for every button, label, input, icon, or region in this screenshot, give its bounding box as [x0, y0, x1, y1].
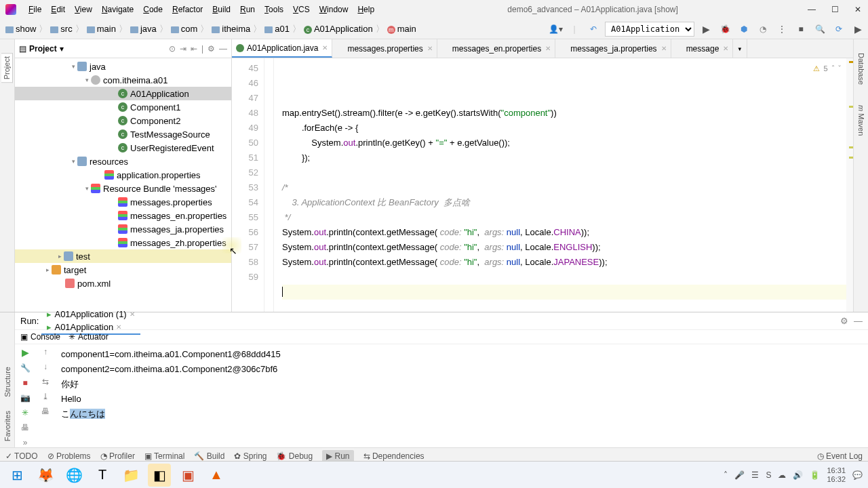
tree-node-userregisteredevent[interactable]: UserRegisteredEvent [15, 141, 231, 155]
sync-icon[interactable]: ⟳ [831, 22, 846, 37]
tree-node-messages-en-properties[interactable]: messages_en.properties [15, 209, 231, 222]
crumb-a01[interactable]: a01 [262, 22, 292, 35]
run-tool-icon[interactable]: 🔧 [20, 363, 31, 373]
explorer-icon[interactable]: 📁 [119, 464, 142, 487]
toolwindow-build[interactable]: 🔨 Build [194, 451, 224, 461]
locate-icon[interactable]: ⊙ [169, 44, 176, 54]
crumb-java[interactable]: java [127, 22, 159, 35]
tray-onedrive-icon[interactable]: ☁ [778, 470, 786, 480]
text-app-icon[interactable]: T [91, 464, 114, 487]
crumb-main[interactable]: main [384, 22, 419, 35]
run-stop-icon[interactable]: ■ [22, 378, 27, 388]
down-icon[interactable]: ↓ [43, 362, 47, 371]
project-tree[interactable]: ▾java▾com.itheima.a01A01ApplicationCompo… [15, 58, 231, 312]
favorites-toolwindow-tab[interactable]: Favorites [3, 411, 12, 441]
profile-button[interactable]: ◔ [755, 22, 770, 37]
run2-button[interactable]: ▶ [850, 22, 865, 37]
vlc-icon[interactable]: ▲ [205, 464, 228, 487]
tree-node-pom-xml[interactable]: pom.xml [15, 277, 231, 290]
menu-window[interactable]: Window [315, 3, 353, 16]
up-icon[interactable]: ↑ [43, 347, 47, 357]
powerpoint-icon[interactable]: ▣ [176, 464, 199, 487]
crumb-itheima[interactable]: itheima [209, 22, 253, 35]
scroll-icon[interactable]: ⤓ [42, 392, 49, 401]
database-toolwindow-tab[interactable]: Database [857, 53, 865, 85]
user-icon[interactable]: 👤▾ [548, 22, 563, 37]
run-camera-icon[interactable]: 📷 [20, 393, 31, 403]
tray-app2-icon[interactable]: S [766, 470, 771, 480]
menu-code[interactable]: Code [139, 3, 167, 16]
tree-node-messages-ja-properties[interactable]: messages_ja.properties [15, 222, 231, 236]
coverage-button[interactable]: ⬢ [736, 22, 751, 37]
tab-close-icon[interactable]: ✕ [427, 45, 433, 52]
toolwindow-spring[interactable]: ✿ Spring [234, 451, 267, 461]
menu-file[interactable]: File [24, 3, 45, 16]
debug-button[interactable]: 🐞 [717, 22, 732, 37]
tab-messages-properties[interactable]: messages.properties✕ [332, 39, 437, 58]
menu-build[interactable]: Build [208, 3, 235, 16]
tab-messages-en-properties[interactable]: messages_en.properties✕ [437, 39, 555, 58]
crumb-src[interactable]: src [47, 22, 75, 35]
tree-node-resource-bundle-messages-[interactable]: ▾Resource Bundle 'messages' [15, 182, 231, 195]
crumb-com[interactable]: com [168, 22, 201, 35]
tree-node-messages-properties[interactable]: messages.properties [15, 195, 231, 209]
tree-node-java[interactable]: ▾java [15, 60, 231, 73]
stop-button[interactable]: ■ [793, 22, 808, 37]
tray-mic-icon[interactable]: 🎤 [734, 470, 745, 480]
menu-refactor[interactable]: Refactor [168, 3, 207, 16]
tray-chevron-icon[interactable]: ˄ [724, 470, 728, 480]
crumb-main[interactable]: main [84, 22, 119, 35]
tree-node-com-itheima-a01[interactable]: ▾com.itheima.a01 [15, 73, 231, 87]
back-icon[interactable]: ↶ [586, 22, 601, 37]
menu-tools[interactable]: Tools [260, 3, 288, 16]
menu-run[interactable]: Run [236, 3, 259, 16]
inspection-widget[interactable]: ⚠ 5 ˆ ˇ [813, 61, 841, 76]
tree-node-a01application[interactable]: A01Application [15, 87, 231, 100]
run-print-icon[interactable]: 🖶 [21, 423, 29, 432]
toolwindow-dependencies[interactable]: ⇆ Dependencies [363, 451, 425, 461]
tab-close-icon[interactable]: ✕ [661, 45, 667, 52]
firefox-icon[interactable]: 🦊 [34, 464, 57, 487]
intellij-icon[interactable]: ◧ [148, 464, 171, 487]
search-icon[interactable]: 🔍 [812, 22, 827, 37]
actuator-tab[interactable]: ✳ Actuator [68, 332, 108, 342]
expand-icon[interactable]: ⇥ [180, 44, 186, 54]
toolwindow-run[interactable]: ▶ Run [322, 450, 353, 462]
run-tab-0[interactable]: ▸ A01Application (1) ✕ [41, 308, 140, 321]
wrap-icon[interactable]: ⇆ [42, 377, 49, 386]
toolwindow-terminal[interactable]: ▣ Terminal [144, 451, 184, 461]
tab-messages-ja-properties[interactable]: messages_ja.properties✕ [555, 39, 671, 58]
code-content[interactable]: ⚠ 5 ˆ ˇ map.entrySet().stream().filter(e… [274, 58, 846, 312]
tab-close-icon[interactable]: ✕ [545, 45, 551, 52]
error-stripe[interactable] [846, 58, 853, 312]
menu-view[interactable]: View [71, 3, 96, 16]
attach-button[interactable]: ⋮ [774, 22, 789, 37]
tray-battery-icon[interactable]: 🔋 [810, 470, 820, 480]
toolwindow-todo[interactable]: ✓ TODO [5, 451, 38, 461]
run-config-select[interactable]: A01Application [605, 22, 694, 37]
hide-icon[interactable]: — [219, 44, 227, 54]
next-highlight-icon[interactable]: ˇ [838, 61, 841, 76]
close-button[interactable]: ✕ [853, 5, 863, 14]
clock[interactable]: 16:3116:32 [827, 466, 846, 484]
minimize-button[interactable]: — [807, 5, 816, 14]
run-gear-icon[interactable]: ⚙ [840, 316, 848, 326]
menu-vcs[interactable]: VCS [289, 3, 314, 16]
breadcrumb[interactable]: show〉src〉main〉java〉com〉itheima〉a01〉A01Ap… [3, 22, 419, 35]
prev-highlight-icon[interactable]: ˆ [832, 61, 835, 76]
console-output[interactable]: component1=com.itheima.a01.Component1@68… [56, 344, 868, 447]
edge-icon[interactable]: 🌐 [62, 464, 85, 487]
structure-toolwindow-tab[interactable]: Structure [3, 367, 12, 397]
menu-edit[interactable]: Edit [47, 3, 69, 16]
tab-close-icon[interactable]: ✕ [322, 44, 328, 52]
menu-navigate[interactable]: Navigate [98, 3, 138, 16]
gear-icon[interactable]: ⚙ [208, 44, 215, 54]
tree-node-messages-zh-properties[interactable]: messages_zh.properties [15, 236, 231, 249]
maven-toolwindow-tab[interactable]: m Maven [857, 105, 865, 136]
crumb-show[interactable]: show [3, 22, 39, 35]
tab-message[interactable]: message✕ [671, 39, 734, 58]
tree-node-testmessagesource[interactable]: TestMessageSource [15, 127, 231, 141]
run-reload-icon[interactable]: ✳ [22, 408, 28, 418]
rerun-icon[interactable]: ▶ [22, 347, 29, 358]
project-toolwindow-tab[interactable]: Project [1, 53, 13, 83]
